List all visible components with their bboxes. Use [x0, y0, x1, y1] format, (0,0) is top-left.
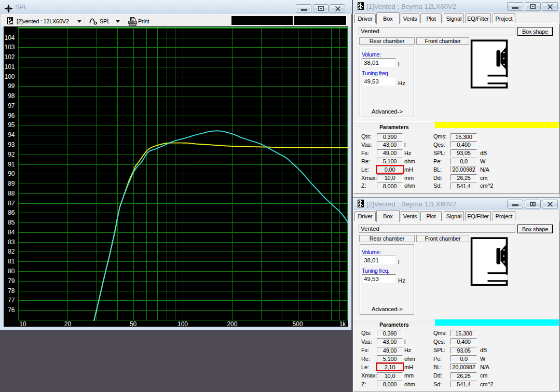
- svg-text:20: 20: [64, 320, 72, 327]
- svg-text:82: 82: [8, 248, 15, 255]
- svg-text:91: 91: [8, 161, 15, 168]
- svg-text:81: 81: [8, 258, 15, 265]
- svg-text:94: 94: [8, 131, 15, 138]
- svg-text:104: 104: [4, 34, 15, 41]
- svg-text:77: 77: [8, 297, 15, 304]
- svg-text:83: 83: [8, 239, 15, 246]
- svg-text:101: 101: [4, 63, 15, 71]
- svg-text:76: 76: [8, 306, 15, 314]
- svg-text:10: 10: [19, 320, 26, 327]
- svg-text:79: 79: [8, 277, 15, 285]
- svg-text:78: 78: [8, 287, 15, 295]
- svg-text:100: 100: [4, 73, 15, 80]
- svg-text:92: 92: [8, 151, 15, 158]
- svg-text:1k: 1k: [339, 320, 347, 327]
- svg-text:86: 86: [8, 209, 15, 216]
- svg-text:50: 50: [130, 320, 137, 327]
- svg-text:99: 99: [8, 82, 15, 90]
- svg-text:98: 98: [8, 92, 15, 100]
- svg-text:500: 500: [293, 320, 303, 327]
- svg-text:84: 84: [8, 229, 15, 236]
- svg-text:103: 103: [4, 44, 15, 51]
- svg-text:85: 85: [8, 219, 15, 226]
- svg-text:200: 200: [227, 320, 237, 327]
- svg-text:96: 96: [8, 112, 15, 119]
- svg-text:87: 87: [8, 200, 15, 207]
- svg-text:97: 97: [8, 102, 15, 109]
- svg-text:100: 100: [177, 320, 188, 327]
- svg-text:93: 93: [8, 141, 15, 148]
- svg-text:88: 88: [8, 190, 15, 197]
- svg-text:95: 95: [8, 121, 15, 129]
- svg-text:89: 89: [8, 180, 15, 187]
- svg-text:80: 80: [8, 268, 15, 275]
- svg-text:102: 102: [4, 53, 15, 61]
- svg-text:90: 90: [8, 170, 15, 177]
